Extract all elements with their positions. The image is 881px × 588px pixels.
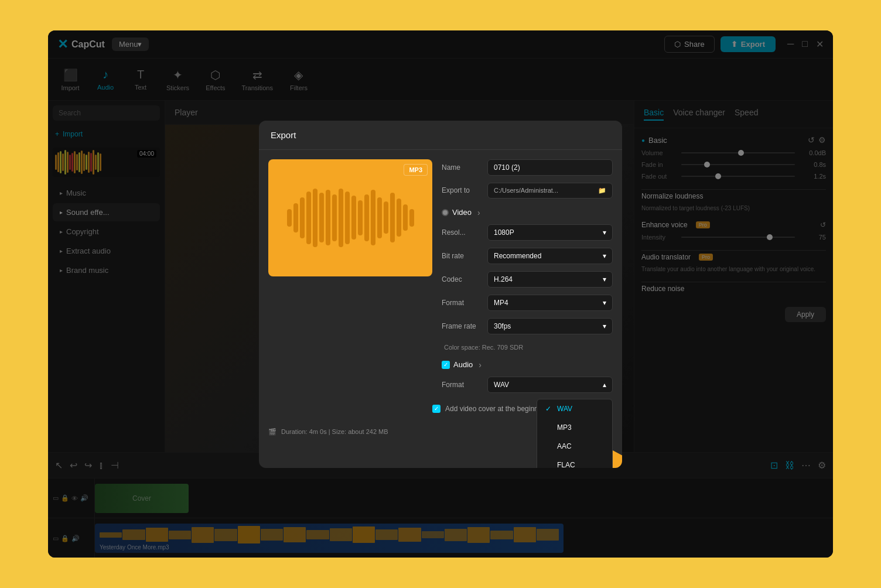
codec-value: H.264 — [494, 275, 513, 283]
resolution-select[interactable]: 1080P ▾ — [487, 224, 613, 241]
format-select[interactable]: MP4 ▾ — [487, 295, 613, 311]
mp3-label: MP3 — [557, 423, 572, 432]
export-form: Name Export to C:/Users/Administrat... 📁 — [442, 159, 613, 393]
colorspace-info: Color space: Rec. 709 SDR — [444, 344, 613, 351]
dropdown-item-mp3[interactable]: MP3 — [537, 418, 612, 437]
wbar-8 — [332, 194, 337, 241]
wbar-6 — [319, 193, 324, 242]
export-path-text: C:/Users/Administrat... — [494, 187, 558, 194]
audio-format-dropdown: ✓ WAV MP3 AAC — [537, 399, 613, 468]
wbar-12 — [358, 200, 363, 235]
video-section-arrow[interactable]: › — [477, 208, 480, 217]
codec-row: Codec H.264 ▾ — [442, 271, 613, 288]
wbar-2 — [293, 203, 298, 233]
chevron-up-icon-audio: ▴ — [603, 381, 606, 389]
wbar-19 — [403, 204, 408, 231]
wbar-18 — [397, 199, 401, 237]
preview-area: MP3 — [268, 159, 432, 276]
audio-section-header: ✓ Audio › — [442, 360, 613, 370]
export-path[interactable]: C:/Users/Administrat... 📁 — [487, 183, 613, 199]
cursor-arrow-container — [607, 445, 622, 468]
wbar-5 — [313, 189, 317, 247]
cursor-arrow-icon — [607, 445, 622, 468]
chevron-down-icon-fps: ▾ — [603, 322, 606, 330]
wbar-14 — [371, 190, 375, 245]
codec-select[interactable]: H.264 ▾ — [487, 271, 613, 288]
add-cover-checkbox[interactable]: ✓ — [432, 405, 440, 413]
modal-header: Export — [259, 121, 622, 150]
mp3-badge: MP3 — [404, 164, 428, 176]
codec-label: Codec — [442, 275, 483, 283]
wbar-9 — [339, 189, 343, 247]
name-label: Name — [442, 163, 483, 172]
audio-format-row: Format WAV ▴ ✓ WAV — [442, 377, 613, 393]
duration-size-label: Duration: 4m 0s | Size: about 242 MB — [281, 428, 388, 435]
dropdown-item-wav[interactable]: ✓ WAV — [537, 399, 612, 418]
name-row: Name — [442, 159, 613, 176]
wbar-4 — [306, 192, 311, 244]
bitrate-label: Bit rate — [442, 252, 483, 260]
wbar-17 — [390, 193, 395, 242]
framerate-value: 30fps — [494, 322, 511, 330]
modal-body: MP3 — [259, 150, 622, 402]
svg-marker-0 — [613, 450, 622, 468]
preview-waveform — [287, 189, 414, 247]
wbar-7 — [326, 190, 330, 245]
dropdown-item-aac[interactable]: AAC — [537, 437, 612, 456]
format-label: Format — [442, 299, 483, 307]
chevron-down-icon-fmt: ▾ — [603, 299, 606, 307]
modal-overlay: Export MP3 — [48, 30, 833, 558]
bitrate-row: Bit rate Recommended ▾ — [442, 248, 613, 264]
export-to-row: Export to C:/Users/Administrat... 📁 — [442, 183, 613, 199]
bitrate-value: Recommended — [494, 252, 541, 260]
framerate-select[interactable]: 30fps ▾ — [487, 318, 613, 334]
export-modal: Export MP3 — [259, 121, 622, 468]
export-to-label: Export to — [442, 186, 483, 194]
app-window: ✕ CapCut Menu▾ ⬡ Share ⬆ Export ─ □ ✕ ⬛ — [48, 30, 833, 558]
wbar-20 — [409, 209, 414, 227]
name-input[interactable] — [487, 159, 613, 176]
wbar-3 — [300, 197, 305, 238]
audio-checkbox[interactable]: ✓ — [442, 361, 450, 369]
audio-format-select[interactable]: WAV ▴ — [487, 377, 613, 393]
aac-label: AAC — [557, 442, 572, 450]
chevron-down-icon-bit: ▾ — [603, 252, 606, 260]
modal-title: Export — [271, 130, 296, 140]
wbar-1 — [287, 209, 292, 227]
audio-section-label: Audio — [453, 360, 473, 369]
video-section-label: Video — [452, 208, 472, 217]
chevron-down-icon-codec: ▾ — [603, 275, 606, 283]
wbar-15 — [377, 197, 382, 238]
wav-check: ✓ — [545, 405, 552, 413]
framerate-row: Frame rate 30fps ▾ — [442, 318, 613, 334]
flac-label: FLAC — [557, 461, 575, 468]
video-section-header: Video › — [442, 208, 613, 217]
folder-icon: 📁 — [598, 187, 606, 194]
add-cover-label: Add video cover at the beginning — [445, 405, 548, 413]
wbar-11 — [351, 196, 356, 240]
wbar-10 — [345, 192, 350, 244]
chevron-down-icon-res: ▾ — [603, 228, 606, 237]
dropdown-item-flac[interactable]: FLAC — [537, 456, 612, 468]
resolution-label: Resol... — [442, 228, 483, 237]
framerate-label: Frame rate — [442, 322, 483, 330]
resolution-row: Resol... 1080P ▾ — [442, 224, 613, 241]
resolution-value: 1080P — [494, 228, 514, 237]
wbar-16 — [384, 201, 388, 234]
bitrate-select[interactable]: Recommended ▾ — [487, 248, 613, 264]
audio-section-arrow[interactable]: › — [479, 360, 482, 370]
format-row: Format MP4 ▾ — [442, 295, 613, 311]
wav-label: WAV — [557, 405, 572, 413]
wbar-13 — [364, 194, 369, 241]
audio-format-label: Format — [442, 381, 483, 389]
video-radio[interactable] — [442, 209, 449, 216]
audio-format-value: WAV — [494, 381, 509, 389]
format-value: MP4 — [494, 299, 508, 307]
film-icon: 🎬 — [268, 428, 276, 436]
